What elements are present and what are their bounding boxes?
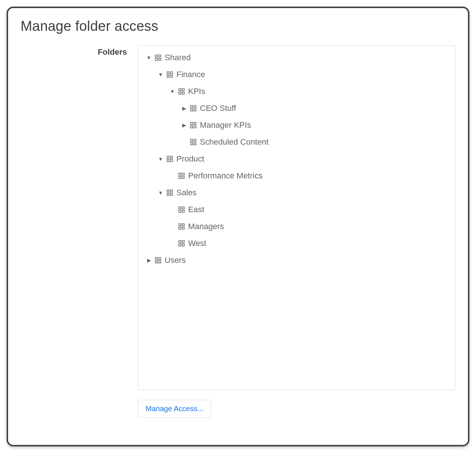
tree-node[interactable]: ▶Scheduled Content: [143, 134, 450, 151]
tree-node[interactable]: ▼Product: [143, 151, 450, 167]
page-title: Manage folder access: [21, 18, 455, 34]
svg-rect-37: [182, 207, 184, 209]
tree-node-label: Finance: [176, 70, 205, 79]
svg-rect-41: [182, 224, 184, 226]
chevron-down-icon[interactable]: ▼: [157, 72, 164, 77]
svg-rect-51: [159, 261, 161, 263]
svg-rect-21: [194, 139, 196, 142]
folder-icon: [154, 257, 162, 264]
label-column: Folders: [21, 45, 138, 57]
tree-column: ▼Shared▼Finance▼KPIs▶CEO Stuff▶Manager K…: [138, 45, 455, 418]
svg-rect-50: [155, 261, 158, 263]
button-row: Manage Access...: [138, 400, 455, 418]
svg-rect-6: [167, 75, 169, 77]
folder-icon: [178, 172, 185, 180]
svg-rect-22: [191, 143, 193, 145]
svg-rect-42: [179, 227, 181, 229]
svg-rect-28: [179, 173, 181, 175]
tree-node-label: KPIs: [188, 87, 205, 96]
svg-rect-9: [182, 89, 184, 91]
tree-node-label: Performance Metrics: [188, 171, 263, 181]
svg-rect-34: [167, 193, 169, 196]
svg-rect-35: [171, 193, 173, 196]
svg-rect-48: [155, 258, 158, 260]
tree-node[interactable]: ▼Sales: [143, 184, 450, 201]
tree-node[interactable]: ▼Shared: [143, 49, 450, 66]
tree-node[interactable]: ▼Finance: [143, 66, 450, 83]
svg-rect-12: [191, 106, 193, 108]
tree-node-label: East: [188, 205, 204, 214]
svg-rect-38: [179, 210, 181, 213]
folder-tree[interactable]: ▼Shared▼Finance▼KPIs▶CEO Stuff▶Manager K…: [138, 45, 455, 390]
svg-rect-39: [182, 210, 184, 213]
svg-rect-18: [191, 126, 193, 128]
svg-rect-44: [179, 241, 181, 243]
svg-rect-1: [159, 55, 161, 57]
svg-rect-33: [171, 190, 173, 192]
svg-rect-27: [171, 160, 173, 162]
folder-icon: [154, 54, 162, 61]
chevron-right-icon[interactable]: ▶: [146, 257, 152, 263]
svg-rect-29: [182, 173, 184, 175]
folder-icon: [166, 155, 173, 163]
folder-icon: [178, 206, 185, 213]
svg-rect-36: [179, 207, 181, 209]
tree-node-label: Shared: [165, 53, 191, 62]
tree-node-label: Managers: [188, 222, 224, 231]
chevron-right-icon[interactable]: ▶: [181, 105, 187, 111]
tree-node[interactable]: ▶Manager KPIs: [143, 117, 450, 134]
chevron-down-icon[interactable]: ▼: [157, 156, 164, 162]
folder-icon: [178, 223, 185, 230]
svg-rect-11: [182, 92, 184, 94]
svg-rect-19: [194, 126, 196, 128]
svg-rect-43: [182, 227, 184, 229]
chevron-down-icon[interactable]: ▼: [157, 190, 164, 196]
folder-icon: [190, 105, 197, 112]
svg-rect-0: [155, 55, 158, 57]
svg-rect-3: [159, 58, 161, 61]
svg-rect-2: [155, 58, 158, 61]
content-row: Folders ▼Shared▼Finance▼KPIs▶CEO Stuff▶M…: [21, 45, 455, 431]
svg-rect-13: [194, 106, 196, 108]
svg-rect-46: [179, 244, 181, 246]
chevron-down-icon[interactable]: ▼: [169, 88, 176, 94]
tree-node[interactable]: ▼KPIs: [143, 83, 450, 100]
svg-rect-47: [182, 244, 184, 246]
svg-rect-24: [167, 156, 169, 159]
svg-rect-40: [179, 224, 181, 226]
svg-rect-23: [194, 143, 196, 145]
tree-node-label: Users: [165, 256, 186, 265]
chevron-down-icon[interactable]: ▼: [146, 55, 152, 61]
svg-rect-7: [171, 75, 173, 77]
manage-access-button[interactable]: Manage Access...: [138, 400, 211, 418]
svg-rect-8: [179, 89, 181, 91]
svg-rect-25: [171, 156, 173, 159]
tree-node[interactable]: ▶Managers: [143, 218, 450, 235]
manage-folder-access-panel: Manage folder access Folders ▼Shared▼Fin…: [7, 7, 469, 446]
tree-node[interactable]: ▶CEO Stuff: [143, 100, 450, 117]
svg-rect-31: [182, 177, 184, 179]
tree-node[interactable]: ▶Users: [143, 252, 450, 269]
svg-rect-15: [194, 109, 196, 111]
svg-rect-16: [191, 123, 193, 125]
folder-icon: [190, 122, 197, 129]
folder-icon: [190, 138, 197, 146]
tree-node[interactable]: ▶Performance Metrics: [143, 167, 450, 184]
folders-label: Folders: [98, 47, 127, 57]
svg-rect-20: [191, 139, 193, 142]
folder-icon: [166, 71, 173, 78]
tree-node[interactable]: ▶East: [143, 201, 450, 218]
folder-icon: [166, 189, 173, 196]
tree-node-label: Scheduled Content: [200, 137, 268, 147]
tree-node[interactable]: ▶West: [143, 235, 450, 252]
svg-rect-14: [191, 109, 193, 111]
svg-rect-32: [167, 190, 169, 192]
svg-rect-17: [194, 123, 196, 125]
svg-rect-4: [167, 72, 169, 74]
chevron-right-icon[interactable]: ▶: [181, 122, 187, 128]
svg-rect-26: [167, 160, 169, 162]
tree-node-label: Manager KPIs: [200, 120, 251, 130]
svg-rect-45: [182, 241, 184, 243]
svg-rect-49: [159, 258, 161, 260]
folder-icon: [178, 240, 185, 247]
